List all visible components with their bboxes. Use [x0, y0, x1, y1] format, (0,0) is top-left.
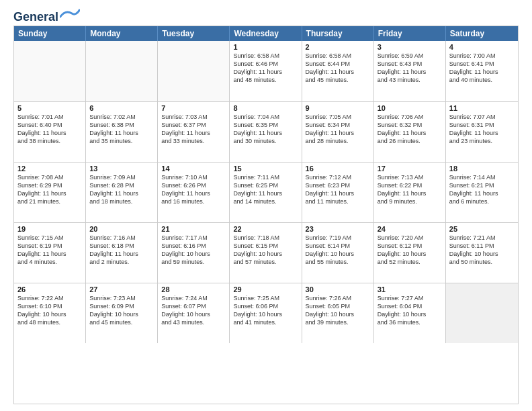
- day-info: Sunrise: 7:00 AM Sunset: 6:41 PM Dayligh…: [449, 52, 515, 85]
- day-number: 16: [306, 165, 370, 173]
- day-number: 10: [378, 104, 442, 112]
- calendar-row: 1Sunrise: 6:58 AM Sunset: 6:46 PM Daylig…: [14, 41, 518, 101]
- day-cell-27: 27Sunrise: 7:23 AM Sunset: 6:09 PM Dayli…: [86, 283, 158, 343]
- day-info: Sunrise: 7:17 AM Sunset: 6:16 PM Dayligh…: [161, 234, 226, 267]
- day-cell-14: 14Sunrise: 7:10 AM Sunset: 6:26 PM Dayli…: [158, 163, 230, 222]
- day-info: Sunrise: 7:14 AM Sunset: 6:21 PM Dayligh…: [449, 173, 515, 206]
- calendar-header: SundayMondayTuesdayWednesdayThursdayFrid…: [14, 26, 518, 41]
- day-info: Sunrise: 7:12 AM Sunset: 6:23 PM Dayligh…: [306, 173, 370, 206]
- day-cell-1: 1Sunrise: 6:58 AM Sunset: 6:46 PM Daylig…: [230, 41, 302, 101]
- day-info: Sunrise: 7:22 AM Sunset: 6:10 PM Dayligh…: [17, 294, 82, 327]
- day-number: 19: [17, 225, 82, 233]
- day-info: Sunrise: 7:11 AM Sunset: 6:25 PM Dayligh…: [233, 173, 298, 206]
- day-number: 20: [89, 225, 154, 233]
- day-info: Sunrise: 7:24 AM Sunset: 6:07 PM Dayligh…: [161, 294, 226, 327]
- day-info: Sunrise: 7:01 AM Sunset: 6:40 PM Dayligh…: [17, 113, 82, 146]
- day-number: 24: [378, 225, 442, 233]
- weekday-header-tuesday: Tuesday: [158, 26, 230, 41]
- day-number: 15: [233, 165, 298, 173]
- day-number: 29: [233, 285, 298, 293]
- day-number: 12: [17, 165, 82, 173]
- weekday-header-sunday: Sunday: [14, 26, 86, 41]
- day-number: 25: [449, 225, 515, 233]
- day-cell-19: 19Sunrise: 7:15 AM Sunset: 6:19 PM Dayli…: [14, 223, 86, 283]
- page: General SundayMondayTuesdayWednesdayThur…: [0, 0, 532, 411]
- day-info: Sunrise: 7:27 AM Sunset: 6:04 PM Dayligh…: [378, 294, 442, 327]
- day-cell-26: 26Sunrise: 7:22 AM Sunset: 6:10 PM Dayli…: [14, 283, 86, 343]
- logo-text: General: [13, 11, 58, 24]
- day-info: Sunrise: 7:08 AM Sunset: 6:29 PM Dayligh…: [17, 173, 82, 206]
- day-cell-2: 2Sunrise: 6:58 AM Sunset: 6:44 PM Daylig…: [302, 41, 374, 101]
- logo: General: [13, 11, 80, 21]
- day-cell-9: 9Sunrise: 7:05 AM Sunset: 6:34 PM Daylig…: [302, 102, 374, 162]
- day-number: 26: [17, 285, 82, 293]
- day-cell-30: 30Sunrise: 7:26 AM Sunset: 6:05 PM Dayli…: [302, 283, 374, 343]
- day-info: Sunrise: 7:09 AM Sunset: 6:28 PM Dayligh…: [89, 173, 154, 206]
- day-number: 31: [378, 285, 442, 293]
- day-cell-4: 4Sunrise: 7:00 AM Sunset: 6:41 PM Daylig…: [446, 41, 518, 101]
- day-cell-21: 21Sunrise: 7:17 AM Sunset: 6:16 PM Dayli…: [158, 223, 230, 283]
- day-number: 2: [306, 43, 370, 51]
- day-cell-12: 12Sunrise: 7:08 AM Sunset: 6:29 PM Dayli…: [14, 163, 86, 222]
- day-cell-16: 16Sunrise: 7:12 AM Sunset: 6:23 PM Dayli…: [302, 163, 374, 222]
- day-number: 14: [161, 165, 226, 173]
- day-info: Sunrise: 6:58 AM Sunset: 6:44 PM Dayligh…: [306, 52, 370, 85]
- day-info: Sunrise: 7:15 AM Sunset: 6:19 PM Dayligh…: [17, 234, 82, 267]
- calendar: SundayMondayTuesdayWednesdayThursdayFrid…: [13, 26, 519, 404]
- day-number: 1: [233, 43, 298, 51]
- day-number: 7: [161, 104, 226, 112]
- day-cell-5: 5Sunrise: 7:01 AM Sunset: 6:40 PM Daylig…: [14, 102, 86, 162]
- day-info: Sunrise: 7:21 AM Sunset: 6:11 PM Dayligh…: [449, 234, 515, 267]
- empty-cell: [14, 41, 86, 101]
- day-number: 6: [89, 104, 154, 112]
- day-cell-22: 22Sunrise: 7:18 AM Sunset: 6:15 PM Dayli…: [230, 223, 302, 283]
- day-number: 27: [89, 285, 154, 293]
- day-cell-17: 17Sunrise: 7:13 AM Sunset: 6:22 PM Dayli…: [374, 163, 446, 222]
- weekday-header-thursday: Thursday: [302, 26, 374, 41]
- day-number: 9: [306, 104, 370, 112]
- day-cell-23: 23Sunrise: 7:19 AM Sunset: 6:14 PM Dayli…: [302, 223, 374, 283]
- day-number: 5: [17, 104, 82, 112]
- day-info: Sunrise: 7:05 AM Sunset: 6:34 PM Dayligh…: [306, 113, 370, 146]
- calendar-row: 26Sunrise: 7:22 AM Sunset: 6:10 PM Dayli…: [14, 283, 518, 343]
- day-cell-11: 11Sunrise: 7:07 AM Sunset: 6:31 PM Dayli…: [446, 102, 518, 162]
- weekday-header-wednesday: Wednesday: [230, 26, 302, 41]
- header: General: [13, 11, 519, 21]
- day-cell-18: 18Sunrise: 7:14 AM Sunset: 6:21 PM Dayli…: [446, 163, 518, 222]
- day-number: 22: [233, 225, 298, 233]
- day-info: Sunrise: 7:04 AM Sunset: 6:35 PM Dayligh…: [233, 113, 298, 146]
- empty-cell: [86, 41, 158, 101]
- weekday-header-friday: Friday: [374, 26, 446, 41]
- day-info: Sunrise: 7:19 AM Sunset: 6:14 PM Dayligh…: [306, 234, 370, 267]
- empty-cell: [158, 41, 230, 101]
- day-number: 21: [161, 225, 226, 233]
- day-info: Sunrise: 7:16 AM Sunset: 6:18 PM Dayligh…: [89, 234, 154, 267]
- day-info: Sunrise: 7:10 AM Sunset: 6:26 PM Dayligh…: [161, 173, 226, 206]
- day-cell-25: 25Sunrise: 7:21 AM Sunset: 6:11 PM Dayli…: [446, 223, 518, 283]
- weekday-header-saturday: Saturday: [446, 26, 518, 41]
- day-cell-31: 31Sunrise: 7:27 AM Sunset: 6:04 PM Dayli…: [374, 283, 446, 343]
- logo-icon: [60, 8, 80, 21]
- day-number: 8: [233, 104, 298, 112]
- day-cell-20: 20Sunrise: 7:16 AM Sunset: 6:18 PM Dayli…: [86, 223, 158, 283]
- day-info: Sunrise: 7:03 AM Sunset: 6:37 PM Dayligh…: [161, 113, 226, 146]
- day-info: Sunrise: 7:13 AM Sunset: 6:22 PM Dayligh…: [378, 173, 442, 206]
- day-number: 30: [306, 285, 370, 293]
- day-number: 17: [378, 165, 442, 173]
- day-info: Sunrise: 7:18 AM Sunset: 6:15 PM Dayligh…: [233, 234, 298, 267]
- day-cell-10: 10Sunrise: 7:06 AM Sunset: 6:32 PM Dayli…: [374, 102, 446, 162]
- day-cell-29: 29Sunrise: 7:25 AM Sunset: 6:06 PM Dayli…: [230, 283, 302, 343]
- day-cell-8: 8Sunrise: 7:04 AM Sunset: 6:35 PM Daylig…: [230, 102, 302, 162]
- weekday-header-monday: Monday: [86, 26, 158, 41]
- calendar-row: 19Sunrise: 7:15 AM Sunset: 6:19 PM Dayli…: [14, 222, 518, 283]
- day-number: 3: [378, 43, 442, 51]
- day-info: Sunrise: 7:23 AM Sunset: 6:09 PM Dayligh…: [89, 294, 154, 327]
- day-info: Sunrise: 7:07 AM Sunset: 6:31 PM Dayligh…: [449, 113, 515, 146]
- day-number: 13: [89, 165, 154, 173]
- calendar-body: 1Sunrise: 6:58 AM Sunset: 6:46 PM Daylig…: [14, 41, 518, 404]
- day-cell-28: 28Sunrise: 7:24 AM Sunset: 6:07 PM Dayli…: [158, 283, 230, 343]
- day-cell-15: 15Sunrise: 7:11 AM Sunset: 6:25 PM Dayli…: [230, 163, 302, 222]
- day-cell-24: 24Sunrise: 7:20 AM Sunset: 6:12 PM Dayli…: [374, 223, 446, 283]
- day-cell-13: 13Sunrise: 7:09 AM Sunset: 6:28 PM Dayli…: [86, 163, 158, 222]
- day-info: Sunrise: 6:59 AM Sunset: 6:43 PM Dayligh…: [378, 52, 442, 85]
